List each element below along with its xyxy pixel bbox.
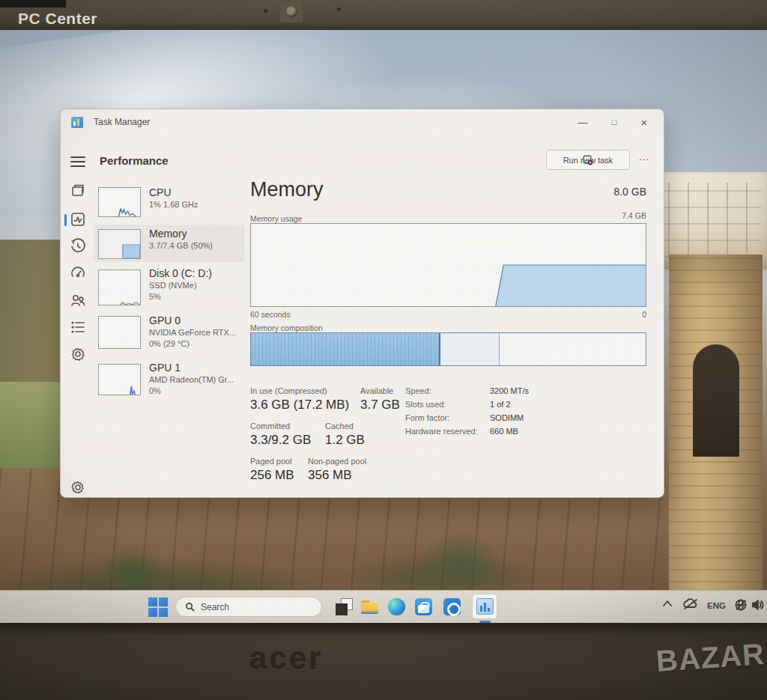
- gpu0-thumbnail-chart[interactable]: [98, 316, 141, 349]
- run-new-task-button[interactable]: Run new task: [546, 150, 630, 170]
- details-icon[interactable]: [70, 319, 86, 335]
- wallpaper-bush: [419, 532, 502, 591]
- form-factor-value: SODIMM: [490, 413, 524, 422]
- hardware-reserved-label: Hardware reserved:: [405, 427, 478, 436]
- available-value: 3.7 GB: [360, 398, 400, 413]
- taskbar: Search ENG: [0, 590, 767, 623]
- background-strip: [0, 0, 66, 7]
- composition-in-use-segment: [251, 333, 440, 365]
- pc-center-label: PC Center: [18, 10, 97, 28]
- disk-thumbnail-chart[interactable]: [98, 270, 141, 305]
- window-title: Task Manager: [94, 117, 150, 127]
- selected-tab-indicator: [64, 214, 67, 226]
- edge-browser-button[interactable]: [386, 597, 407, 617]
- disk-usage: 5%: [149, 292, 161, 301]
- paged-pool-value: 256 MB: [250, 468, 294, 483]
- webcam-icon: [286, 6, 297, 17]
- speed-label: Speed:: [405, 386, 431, 395]
- task-manager-window: Task Manager — □ × Performance Run new t…: [60, 109, 664, 498]
- committed-label: Committed: [250, 421, 290, 430]
- memory-stats: 3.7/7.4 GB (50%): [149, 241, 213, 250]
- gpu1-name: AMD Radeon(TM) Gr...: [149, 375, 234, 384]
- available-label: Available: [360, 386, 393, 395]
- sidebar-item-gpu1[interactable]: GPU 1: [149, 362, 181, 374]
- composition-standby-segment: [440, 333, 500, 365]
- tray-chevron-up-icon[interactable]: [662, 600, 673, 607]
- gpu1-usage: 0%: [149, 386, 161, 395]
- close-button[interactable]: ×: [630, 111, 658, 133]
- volume-icon[interactable]: [751, 598, 765, 612]
- sidebar-item-gpu0[interactable]: GPU 0: [149, 314, 181, 326]
- form-factor-label: Form factor:: [405, 413, 449, 422]
- page-title: Performance: [100, 154, 169, 167]
- wallpaper-bridge-arch: [693, 344, 739, 457]
- laptop-screen: Task Manager — □ × Performance Run new t…: [0, 30, 767, 623]
- memory-usage-graph: [250, 223, 646, 307]
- sidebar-item-disk[interactable]: Disk 0 (C: D:): [149, 267, 212, 279]
- wallpaper-bridge: [669, 255, 763, 606]
- in-use-label: In use (Compressed): [250, 386, 327, 395]
- memory-composition-label: Memory composition: [250, 323, 323, 332]
- search-icon: [185, 602, 195, 612]
- microsoft-store-button[interactable]: [413, 597, 434, 617]
- start-button[interactable]: [148, 597, 168, 617]
- cached-value: 1.2 GB: [325, 433, 365, 448]
- active-app-indicator: [479, 621, 491, 623]
- memory-thumbnail-chart[interactable]: [98, 229, 141, 259]
- nonpaged-pool-label: Non-paged pool: [308, 457, 366, 466]
- minimize-button[interactable]: —: [569, 111, 597, 133]
- microphone-dot: [264, 9, 267, 13]
- in-use-value: 3.6 GB (17.2 MB): [250, 398, 349, 413]
- memory-composition-bar: [250, 332, 646, 366]
- more-options-button[interactable]: ...: [639, 151, 649, 162]
- nonpaged-pool-value: 356 MB: [308, 468, 352, 483]
- graph-time-end: 0: [250, 310, 646, 319]
- gpu0-name: NVIDIA GeForce RTX...: [149, 328, 236, 337]
- app-history-icon[interactable]: [70, 238, 86, 255]
- task-view-button[interactable]: [334, 597, 354, 617]
- settings-gear-icon[interactable]: [70, 479, 86, 496]
- slots-used-value: 1 of 2: [490, 400, 511, 409]
- hamburger-menu-icon[interactable]: [70, 154, 86, 169]
- performance-icon[interactable]: [70, 211, 86, 228]
- memory-capacity: 8.0 GB: [250, 186, 646, 198]
- no-internet-icon[interactable]: [734, 598, 748, 612]
- sidebar-item-memory[interactable]: Memory: [149, 228, 187, 240]
- cpu-stats: 1% 1.68 GHz: [149, 200, 198, 209]
- disk-type: SSD (NVMe): [149, 281, 197, 290]
- cached-label: Cached: [325, 421, 354, 430]
- language-indicator[interactable]: ENG: [707, 601, 726, 610]
- processes-icon[interactable]: [70, 183, 86, 199]
- maximize-button[interactable]: □: [600, 111, 628, 133]
- window-titlebar[interactable]: Task Manager — □ ×: [61, 109, 664, 135]
- graph-scale-max: 7.4 GB: [250, 211, 646, 220]
- speed-value: 3200 MT/s: [490, 386, 529, 395]
- outlook-button[interactable]: [442, 597, 462, 617]
- search-placeholder: Search: [201, 602, 229, 612]
- users-icon[interactable]: [70, 292, 86, 308]
- laptop-top-bezel: [0, 0, 767, 30]
- search-input[interactable]: Search: [175, 597, 322, 617]
- startup-apps-icon[interactable]: [70, 265, 86, 281]
- services-icon[interactable]: [70, 346, 86, 362]
- hardware-reserved-value: 660 MB: [490, 427, 518, 436]
- acer-logo: acer: [249, 641, 323, 677]
- cpu-thumbnail-chart[interactable]: [98, 187, 141, 217]
- laptop-hinge: [0, 623, 767, 635]
- microphone-dot: [337, 7, 341, 11]
- task-manager-taskbar-button[interactable]: [472, 594, 497, 619]
- photo-of-laptop: PC Center Task Manager — □ × Performance: [0, 0, 767, 700]
- run-new-task-icon: [583, 155, 593, 165]
- committed-value: 3.3/9.2 GB: [250, 433, 311, 448]
- cloud-offline-icon[interactable]: [682, 597, 700, 611]
- task-manager-app-icon: [71, 117, 83, 128]
- paged-pool-label: Paged pool: [250, 457, 292, 466]
- laptop-body: [0, 635, 767, 700]
- file-explorer-button[interactable]: [360, 597, 380, 617]
- gpu0-usage: 0% (29 °C): [149, 339, 190, 348]
- slots-used-label: Slots used:: [405, 400, 446, 409]
- sidebar-item-cpu[interactable]: CPU: [149, 186, 172, 198]
- gpu1-thumbnail-chart[interactable]: [98, 364, 141, 395]
- task-manager-icon: [476, 598, 494, 615]
